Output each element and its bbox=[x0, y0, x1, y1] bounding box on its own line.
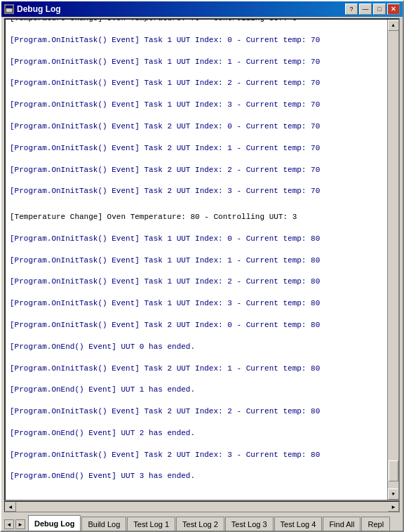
tabs: Debug LogBuild LogTest Log 1Test Log 2Te… bbox=[28, 515, 390, 531]
log-content[interactable]: [Temperature Change] Oven Temperature: 5… bbox=[6, 20, 387, 500]
window-title: Debug Log bbox=[17, 4, 61, 14]
log-line: [Program.OnInitTask() Event] Task 1 UUT … bbox=[10, 277, 383, 287]
log-line: [Program.OnInitTask() Event] Task 1 UUT … bbox=[10, 255, 383, 266]
tab-debug-log[interactable]: Debug Log bbox=[28, 515, 81, 531]
log-line: [Program.OnInitTask() Event] Task 1 UUT … bbox=[10, 57, 383, 67]
log-line: [Program.OnInitTask() Event] Task 1 UUT … bbox=[10, 100, 383, 110]
window-icon bbox=[4, 4, 14, 14]
minimize-button[interactable]: — bbox=[359, 4, 372, 15]
svg-rect-1 bbox=[6, 6, 13, 8]
log-line: [Program.OnInitTask() Event] Task 2 UUT … bbox=[10, 406, 383, 417]
temp-change-header: [Temperature Change] Oven Temperature: 8… bbox=[10, 212, 383, 222]
tab-bar: ◄ ► Debug LogBuild LogTest Log 1Test Log… bbox=[1, 512, 403, 531]
title-bar: Debug Log ? — □ ✕ bbox=[1, 1, 403, 17]
tab-build-log[interactable]: Build Log bbox=[81, 517, 126, 531]
scroll-left-arrow[interactable]: ◄ bbox=[5, 502, 16, 512]
log-line: [Program.OnInitTask() Event] Task 2 UUT … bbox=[10, 121, 383, 132]
log-line: [Program.OnEnd() Event] UUT 1 has ended. bbox=[10, 385, 383, 395]
tab-test-log-3[interactable]: Test Log 3 bbox=[225, 517, 274, 531]
tab-find-all[interactable]: Find All bbox=[323, 517, 361, 531]
temp-change-header: [Temperature Change] Oven Temperature: 7… bbox=[10, 20, 383, 24]
scroll-up-arrow[interactable]: ▲ bbox=[388, 20, 399, 31]
log-line: [Program.OnInitTask() Event] Task 2 UUT … bbox=[10, 364, 383, 374]
log-line: [Program.OnInitTask() Event] Task 2 UUT … bbox=[10, 320, 383, 331]
log-line: [Program.OnEnd() Event] UUT 3 has ended. bbox=[10, 471, 383, 481]
log-line: [Program.OnInitTask() Event] Task 1 UUT … bbox=[10, 234, 383, 244]
title-bar-left: Debug Log bbox=[4, 4, 61, 14]
log-line: [Program.OnInitTask() Event] Task 1 UUT … bbox=[10, 35, 383, 46]
vertical-scrollbar: ▲ ▼ bbox=[387, 20, 398, 500]
log-line: [Program.OnInitTask() Event] Task 2 UUT … bbox=[10, 143, 383, 154]
close-button[interactable]: ✕ bbox=[387, 4, 400, 15]
scroll-right-arrow[interactable]: ► bbox=[388, 502, 399, 512]
maximize-button[interactable]: □ bbox=[373, 4, 386, 15]
scroll-thumb[interactable] bbox=[389, 460, 398, 481]
help-button[interactable]: ? bbox=[345, 4, 358, 15]
log-line: [Program.OnEnd() Event] UUT 2 has ended. bbox=[10, 428, 383, 439]
log-section-2: [Temperature Change] Oven Temperature: 7… bbox=[10, 20, 383, 208]
debug-log-window: Debug Log ? — □ ✕ [Temperature Change] O… bbox=[0, 0, 404, 532]
title-bar-buttons: ? — □ ✕ bbox=[345, 4, 400, 15]
horizontal-scrollbar[interactable]: ◄ ► bbox=[4, 501, 400, 512]
log-line: [Program.OnInitTask() Event] Task 2 UUT … bbox=[10, 450, 383, 460]
tab-repl[interactable]: Repl bbox=[361, 517, 390, 531]
tab-test-log-1[interactable]: Test Log 1 bbox=[127, 517, 175, 531]
tab-nav-buttons: ◄ ► bbox=[4, 519, 27, 529]
horizontal-scroll-track[interactable] bbox=[16, 502, 388, 512]
log-line: [Program.OnInitTask() Event] Task 2 UUT … bbox=[10, 165, 383, 175]
log-line: [Program.OnInitTask() Event] Task 1 UUT … bbox=[10, 78, 383, 88]
tab-prev-button[interactable]: ◄ bbox=[4, 519, 14, 529]
main-content-area: [Temperature Change] Oven Temperature: 5… bbox=[4, 18, 400, 501]
log-line: [Program.OnInitTask() Event] Task 1 UUT … bbox=[10, 298, 383, 309]
tab-next-button[interactable]: ► bbox=[15, 519, 25, 529]
log-line: [Program.OnEnd() Event] UUT 0 has ended. bbox=[10, 342, 383, 352]
log-section-3: [Temperature Change] Oven Temperature: 8… bbox=[10, 212, 383, 493]
tab-test-log-2[interactable]: Test Log 2 bbox=[176, 517, 224, 531]
log-line: [Program.OnInitTask() Event] Task 2 UUT … bbox=[10, 186, 383, 197]
scroll-track[interactable] bbox=[388, 31, 399, 488]
scroll-down-arrow[interactable]: ▼ bbox=[388, 488, 399, 500]
tab-test-log-4[interactable]: Test Log 4 bbox=[274, 517, 323, 531]
